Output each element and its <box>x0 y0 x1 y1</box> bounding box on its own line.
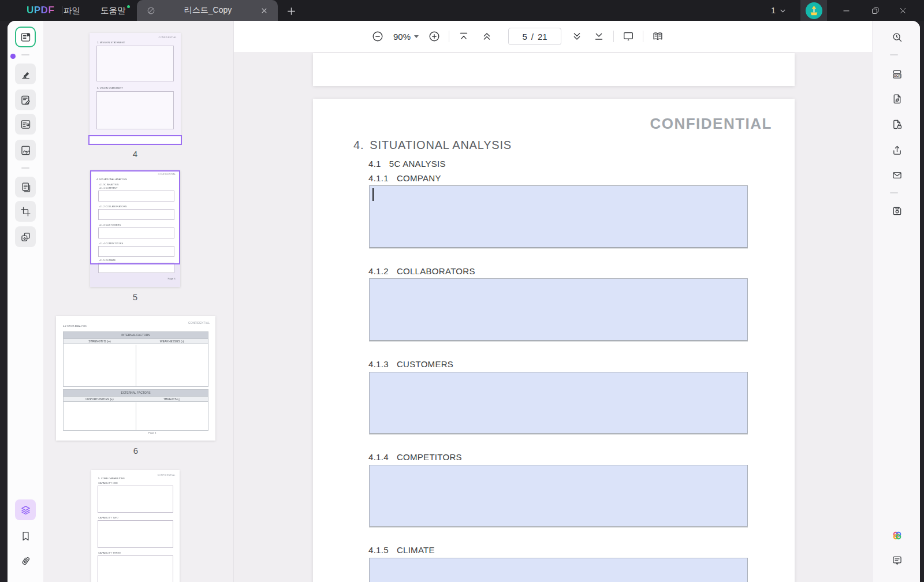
menu-file[interactable]: 파일 <box>57 0 87 21</box>
thumb-table-header: WEAKNESSES (-) <box>154 340 190 344</box>
last-page-icon[interactable] <box>593 30 605 43</box>
close-tab-icon[interactable] <box>260 6 269 15</box>
chevron-down-icon <box>779 7 787 14</box>
first-page-icon[interactable] <box>457 30 470 43</box>
viewport-indicator[interactable] <box>90 170 180 264</box>
form-field-collaborators[interactable] <box>369 278 748 341</box>
section-4-1-1: 4.1.1 COMPANY <box>368 173 441 183</box>
thumb-table-header: STRENGTHS (+) <box>81 340 118 344</box>
thumb-label: CAPABILITY TWO <box>98 516 118 519</box>
app-window: CONFIDENTIAL 2. MISSION STATEMENT 3. VIS… <box>8 21 920 582</box>
mail-icon <box>891 169 903 181</box>
thumb-label: CAPABILITY ONE <box>98 482 118 484</box>
form-field-climate[interactable] <box>369 558 748 582</box>
rail-divider <box>890 54 898 55</box>
thumb-confidential: CONFIDENTIAL <box>188 321 210 324</box>
next-page-icon[interactable] <box>571 30 583 43</box>
thumb-label: 3. VISION STATEMENT <box>97 87 123 89</box>
total-pages: 21 <box>538 32 547 42</box>
edit-note-icon <box>20 94 32 106</box>
organize-pages-button[interactable] <box>15 177 36 197</box>
thumb-label: CAPABILITY THREE <box>98 551 121 554</box>
convert-button[interactable] <box>886 88 907 109</box>
share-button[interactable] <box>886 140 907 161</box>
viewport-indicator[interactable] <box>88 135 182 145</box>
confidential-watermark: CONFIDENTIAL <box>650 115 772 133</box>
feedback-button[interactable] <box>886 550 907 570</box>
bookmark-icon <box>20 530 32 542</box>
titlebar: UPDF 파일 도움말 리스트_Copy 1 <box>0 0 924 21</box>
mail-button[interactable] <box>886 165 907 185</box>
close-window-button[interactable] <box>892 0 914 21</box>
ocr-button[interactable]: OCR <box>886 64 907 84</box>
swot-external-table: EXTERNAL FACTORS OPPORTUNITIES (+) THREA… <box>63 389 208 431</box>
form-field-customers[interactable] <box>369 372 748 434</box>
thumb-box <box>98 486 173 513</box>
help-notification-dot <box>127 5 130 8</box>
new-tab-button[interactable] <box>284 4 298 18</box>
thumb-table-header: EXTERNAL FACTORS <box>100 391 172 395</box>
zoom-in-icon[interactable] <box>428 30 441 43</box>
watermark-icon <box>20 231 32 243</box>
search-icon <box>891 31 903 43</box>
thumbnail-panel-button[interactable] <box>15 499 36 520</box>
window-count-dropdown[interactable]: 1 <box>771 0 787 21</box>
presentation-icon[interactable] <box>622 30 635 43</box>
comment-tool-button[interactable] <box>15 64 36 84</box>
layers-icon <box>20 504 32 516</box>
zoom-dropdown-caret[interactable] <box>414 35 419 38</box>
section-4-1: 4.1 5C ANALYSIS <box>368 159 446 169</box>
protect-button[interactable] <box>886 114 907 135</box>
ocr-icon: OCR <box>891 68 903 80</box>
page-4-bottom <box>313 53 795 86</box>
account-avatar[interactable] <box>800 0 827 21</box>
page-number-label: 4 <box>90 149 181 159</box>
watermark-tool-button[interactable] <box>15 226 36 247</box>
thumb-title: 4.2 SWOT ANALYSIS <box>63 324 87 327</box>
section-heading: 4. SITUATIONAL ANALYSIS <box>353 139 512 152</box>
zoom-out-icon[interactable] <box>371 30 384 43</box>
convert-icon <box>891 93 903 105</box>
document-tab[interactable]: 리스트_Copy <box>137 0 278 21</box>
thumb-footer: Page 6 <box>148 431 156 434</box>
form-field-competitors[interactable] <box>369 465 748 527</box>
zoom-level[interactable]: 90% <box>393 32 411 42</box>
toolbar-divider <box>613 31 614 42</box>
tab-title: 리스트_Copy <box>156 5 260 16</box>
previous-page-icon[interactable] <box>480 30 493 43</box>
thumbnail-panel: CONFIDENTIAL 2. MISSION STATEMENT 3. VIS… <box>43 21 234 582</box>
svg-text:OCR: OCR <box>893 74 900 77</box>
restore-button[interactable] <box>864 0 886 21</box>
form-tool-button[interactable] <box>15 114 36 135</box>
protect-icon <box>891 118 903 130</box>
organize-pages-icon <box>20 181 32 193</box>
thumbnail-page-6[interactable]: CONFIDENTIAL 4.2 SWOT ANALYSIS INTERNAL … <box>56 316 215 441</box>
document-area[interactable]: CONFIDENTIAL 4. SITUATIONAL ANALYSIS 4.1… <box>234 52 872 582</box>
minimize-button[interactable] <box>835 0 857 21</box>
form-field-company[interactable] <box>369 185 748 248</box>
sign-tool-button[interactable] <box>15 140 36 161</box>
save-button[interactable] <box>886 200 907 221</box>
thumb-label: 2. MISSION STATEMENT <box>97 41 125 44</box>
search-button[interactable] <box>886 27 907 47</box>
form-icon <box>20 118 32 130</box>
highlighter-icon <box>20 68 32 80</box>
crop-tool-button[interactable] <box>15 201 36 222</box>
reading-mode-icon[interactable] <box>651 30 664 43</box>
section-4-1-4: 4.1.4 COMPETITORS <box>368 452 462 462</box>
page-number-input[interactable]: 5 / 21 <box>508 28 561 45</box>
left-tool-rail <box>8 21 43 582</box>
thumbnail-page-7[interactable]: CONFIDENTIAL 5. CORE CAPABILITIES CAPABI… <box>91 470 180 582</box>
reader-mode-button[interactable] <box>15 27 36 47</box>
swot-internal-table: INTERNAL FACTORS STRENGTHS (+) WEAKNESSE… <box>63 331 208 387</box>
menu-help[interactable]: 도움말 <box>94 0 133 21</box>
bookmarks-button[interactable] <box>15 525 36 546</box>
thumbnail-page-5[interactable]: CONFIDENTIAL 4. SITUATIONAL ANALYSIS 4.1… <box>90 170 180 287</box>
rail-divider <box>890 192 898 193</box>
edit-pdf-button[interactable] <box>15 89 36 110</box>
ai-assistant-button[interactable] <box>886 525 907 546</box>
crop-icon <box>20 206 32 218</box>
thumbnail-page-4[interactable]: CONFIDENTIAL 2. MISSION STATEMENT 3. VIS… <box>90 33 181 142</box>
attachments-button[interactable] <box>15 550 36 571</box>
current-page: 5 <box>522 32 527 42</box>
